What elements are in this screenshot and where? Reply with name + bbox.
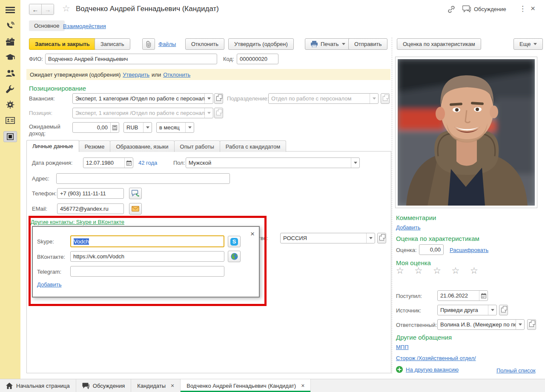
monitor-icon[interactable]: [3, 131, 17, 142]
window-close-icon[interactable]: ×: [531, 4, 535, 13]
storozh-link[interactable]: Сторож /Хозяйственный отдел/: [396, 355, 476, 361]
print-button[interactable]: Печать: [305, 38, 351, 50]
tab-personal-data[interactable]: Личные данные: [26, 140, 79, 152]
back-button[interactable]: ←: [29, 4, 41, 14]
position-select: Эксперт, 1 категория /Отдел по работе с …: [72, 108, 213, 118]
popup-add-link[interactable]: Добавить: [37, 281, 61, 288]
source-dropdown-arrow-icon[interactable]: [488, 305, 496, 315]
wrench-icon[interactable]: [4, 84, 17, 94]
rating-button[interactable]: Оценка по характеристикам: [397, 38, 481, 50]
code-label: Код:: [223, 56, 234, 62]
currency-select[interactable]: RUB: [123, 122, 152, 133]
taskbar-tab-candidates[interactable]: Кандидаты ×: [131, 379, 181, 392]
approve-button[interactable]: Утвердить (одобрен): [228, 38, 294, 50]
people-icon[interactable]: [4, 68, 17, 78]
gear-icon[interactable]: [4, 100, 17, 110]
taskbar-home[interactable]: Начальная страница: [0, 379, 76, 392]
other-vacancy-link[interactable]: На другую вакансию: [406, 366, 459, 373]
responsible-open-button[interactable]: [527, 319, 536, 330]
popup-close-icon[interactable]: ×: [250, 231, 255, 237]
received-date-input[interactable]: 21.06.2022: [437, 290, 488, 301]
files-link[interactable]: Файлы: [158, 41, 176, 47]
discussion-button[interactable]: Обсуждение: [462, 5, 506, 13]
vacancy-dropdown-arrow-icon[interactable]: [204, 94, 213, 103]
citizenship-select[interactable]: РОССИЯ: [280, 233, 375, 243]
other-vacancy-item[interactable]: На другую вакансию: [396, 366, 459, 373]
send-email-button[interactable]: [129, 203, 142, 215]
education-icon[interactable]: [4, 52, 17, 63]
favorite-star-icon[interactable]: ☆: [62, 3, 70, 14]
full-list-link[interactable]: Полный список: [496, 367, 536, 374]
taskbar-discussions[interactable]: Обсуждения: [76, 379, 132, 392]
gender-label: Пол:: [173, 160, 185, 166]
skype-button[interactable]: S: [228, 236, 241, 247]
reject-button[interactable]: Отклонить: [185, 38, 224, 50]
panel-splitter[interactable]: [392, 37, 392, 374]
forward-button[interactable]: →: [41, 4, 54, 14]
rating-value-input[interactable]: 0,00: [419, 244, 444, 255]
email-label: EMail:: [32, 206, 47, 212]
expected-income-input[interactable]: 0,00: [72, 122, 119, 133]
telegram-input[interactable]: [70, 266, 224, 277]
currency-dropdown-arrow-icon[interactable]: [143, 123, 152, 132]
candidate-photo[interactable]: [395, 57, 537, 208]
tab-education[interactable]: Образование, языки: [110, 140, 174, 152]
calendar-icon[interactable]: [124, 158, 133, 168]
period-select[interactable]: в месяц: [156, 122, 194, 133]
tab-interactions-link[interactable]: Взаимодействия: [63, 23, 106, 29]
phone-icon[interactable]: [4, 21, 17, 31]
gender-select[interactable]: Мужской: [186, 157, 360, 168]
phone-input[interactable]: [57, 188, 124, 199]
tab-main[interactable]: Основное: [29, 20, 65, 31]
source-open-button[interactable]: [499, 305, 508, 315]
other-contacts-link[interactable]: Другие контакты: Skype и ВКонтакте: [31, 219, 124, 225]
sms-button[interactable]: [129, 188, 142, 199]
tab-close-icon[interactable]: ×: [301, 382, 304, 389]
vacancy-select[interactable]: Эксперт, 1 категория /Отдел по работе с …: [72, 93, 213, 104]
responsible-dropdown-arrow-icon[interactable]: [516, 320, 524, 329]
skype-input[interactable]: Vodch: [70, 235, 224, 247]
responsible-select[interactable]: Волина И.В. (Менеджер по пер: [437, 319, 525, 330]
citizenship-dropdown-arrow-icon[interactable]: [366, 233, 375, 243]
birthdate-input[interactable]: 12.07.1980: [83, 157, 133, 168]
position-open-button[interactable]: [214, 108, 223, 118]
decrypt-link[interactable]: Расшифровать: [450, 247, 488, 253]
status-reject-link[interactable]: Отклонить: [163, 72, 190, 78]
period-dropdown-arrow-icon[interactable]: [185, 123, 194, 132]
source-select[interactable]: Приведи друга: [437, 305, 497, 315]
tab-experience[interactable]: Опыт работы: [174, 140, 220, 152]
get-link-icon[interactable]: [447, 5, 456, 14]
calendar-icon[interactable]: [479, 291, 488, 300]
send-button[interactable]: Отправить: [348, 38, 387, 50]
tab-work-with-candidate[interactable]: Работа с кандидатом: [220, 140, 286, 152]
attach-button[interactable]: [142, 38, 155, 50]
gifts-icon[interactable]: [4, 37, 17, 47]
tab-resume[interactable]: Резюме: [79, 140, 111, 152]
open-link-icon: [529, 322, 534, 327]
vk-input[interactable]: [70, 251, 224, 262]
comments-add-link[interactable]: Добавить: [396, 224, 420, 231]
email-input[interactable]: [57, 203, 124, 214]
id-card-icon[interactable]: [4, 115, 17, 126]
vacancy-open-button[interactable]: [214, 93, 223, 104]
save-button[interactable]: Записать: [95, 38, 130, 50]
taskbar-tab-candidate-card[interactable]: Водченко Андрей Геннадьевич (Кандидат) ×: [181, 379, 311, 392]
tab-close-icon[interactable]: ×: [171, 382, 174, 389]
menu-icon[interactable]: [4, 5, 17, 15]
vacancy-label: Вакансия:: [29, 95, 55, 102]
mpp-link[interactable]: МПП: [396, 344, 409, 350]
code-input[interactable]: [237, 54, 278, 64]
fio-input[interactable]: [45, 54, 217, 64]
print-dropdown-arrow-icon: [342, 43, 345, 45]
my-rating-stars[interactable]: ☆ ☆ ☆ ☆ ☆: [396, 266, 482, 276]
window-menu-kebab-icon[interactable]: ⋮: [519, 4, 526, 13]
address-input[interactable]: [56, 173, 230, 184]
vk-button[interactable]: [228, 251, 241, 262]
gender-dropdown-arrow-icon[interactable]: [351, 158, 359, 168]
department-open-button[interactable]: [381, 93, 390, 104]
status-approve-link[interactable]: Утвердить: [123, 72, 149, 78]
more-button[interactable]: Еще: [513, 38, 543, 50]
citizenship-open-button[interactable]: [377, 233, 386, 243]
calculator-icon[interactable]: [110, 123, 119, 132]
save-close-button[interactable]: Записать и закрыть: [29, 38, 96, 50]
